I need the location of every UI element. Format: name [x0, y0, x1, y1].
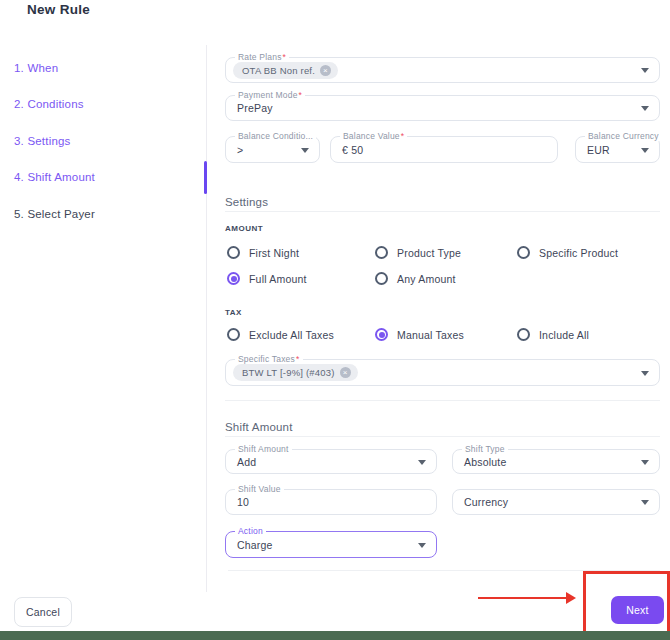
- stepper-item-select-payer[interactable]: 5. Select Payer: [14, 208, 95, 220]
- rate-plan-chip: OTA BB Non ref.×: [233, 62, 338, 79]
- radio-specific-product[interactable]: Specific Product: [517, 246, 618, 259]
- tax-group-label: TAX: [225, 308, 242, 317]
- rate-plans-select[interactable]: Rate Plans* OTA BB Non ref.×: [225, 57, 660, 83]
- shift-value-input[interactable]: Shift Value 10: [225, 489, 437, 515]
- radio-icon: [375, 328, 388, 341]
- radio-label: Exclude All Taxes: [249, 329, 334, 341]
- radio-manual-taxes[interactable]: Manual Taxes: [375, 328, 464, 341]
- field-value: Absolute: [453, 456, 506, 468]
- shift-amount-heading: Shift Amount: [225, 421, 293, 433]
- bottom-green-bar: [0, 631, 670, 640]
- amount-group-label: AMOUNT: [225, 224, 263, 233]
- stepper-item-when[interactable]: 1. When: [14, 62, 58, 74]
- field-label: Shift Amount: [235, 444, 292, 454]
- field-label: Balance Value*: [340, 131, 407, 141]
- chevron-down-icon: [641, 106, 649, 111]
- page-title: New Rule: [27, 2, 90, 17]
- required-asterisk: *: [401, 131, 405, 141]
- field-value: 10: [226, 496, 249, 508]
- settings-heading: Settings: [225, 196, 268, 208]
- shift-amount-select[interactable]: Shift Amount Add: [225, 449, 437, 474]
- field-label: Balance Currency: [585, 131, 662, 141]
- field-label: Payment Mode*: [235, 90, 305, 100]
- radio-label: Full Amount: [249, 273, 307, 285]
- field-label: Action: [235, 526, 266, 536]
- radio-icon: [375, 272, 388, 285]
- required-asterisk: *: [296, 354, 300, 364]
- chevron-down-icon: [418, 460, 426, 465]
- field-value: Charge: [226, 539, 273, 551]
- stepper-item-settings[interactable]: 3. Settings: [14, 135, 71, 147]
- radio-label: Manual Taxes: [397, 329, 464, 341]
- radio-icon: [517, 328, 530, 341]
- new-rule-dialog: New Rule 1. When 2. Conditions 3. Settin…: [0, 0, 670, 640]
- vertical-divider: [206, 45, 207, 592]
- chevron-down-icon: [641, 68, 649, 73]
- stepper-item-conditions[interactable]: 2. Conditions: [14, 98, 84, 110]
- chevron-down-icon: [641, 460, 649, 465]
- radio-exclude-all-taxes[interactable]: Exclude All Taxes: [227, 328, 334, 341]
- chevron-down-icon: [418, 543, 426, 548]
- currency-select[interactable]: Currency: [452, 489, 660, 515]
- action-select[interactable]: Action Charge: [225, 531, 437, 558]
- field-value: EUR: [576, 144, 610, 156]
- chip-remove-icon[interactable]: ×: [320, 65, 331, 76]
- radio-label: First Night: [249, 247, 299, 259]
- field-label: Shift Type: [462, 444, 508, 454]
- divider: [228, 570, 660, 571]
- radio-icon: [517, 246, 530, 259]
- field-label: Shift Value: [235, 484, 284, 494]
- balance-currency-select[interactable]: Balance Currency EUR: [575, 136, 660, 163]
- field-value: >: [226, 144, 243, 156]
- chevron-down-icon: [641, 371, 649, 376]
- radio-label: Include All: [539, 329, 589, 341]
- payment-mode-select[interactable]: Payment Mode* PrePay: [225, 95, 660, 121]
- specific-tax-chip: BTW LT [-9%] (#403)×: [233, 364, 358, 381]
- stepper-item-shift-amount[interactable]: 4. Shift Amount: [14, 171, 95, 183]
- specific-taxes-select[interactable]: Specific Taxes* BTW LT [-9%] (#403)×: [225, 359, 660, 386]
- field-label: Rate Plans*: [235, 52, 289, 62]
- radio-first-night[interactable]: First Night: [227, 246, 299, 259]
- radio-label: Product Type: [397, 247, 461, 259]
- annotation-arrow: [478, 597, 568, 599]
- field-value: PrePay: [226, 102, 273, 114]
- cancel-button[interactable]: Cancel: [14, 597, 72, 627]
- field-value: € 50: [331, 144, 363, 156]
- chip-remove-icon[interactable]: ×: [340, 367, 351, 378]
- shift-type-select[interactable]: Shift Type Absolute: [452, 449, 660, 474]
- required-asterisk: *: [283, 52, 287, 62]
- radio-icon: [227, 246, 240, 259]
- chevron-down-icon: [641, 148, 649, 153]
- chevron-down-icon: [301, 148, 309, 153]
- required-asterisk: *: [299, 90, 303, 100]
- radio-icon: [375, 246, 388, 259]
- next-button[interactable]: Next: [611, 596, 664, 624]
- radio-label: Specific Product: [539, 247, 618, 259]
- active-step-indicator: [204, 161, 207, 194]
- field-label: Specific Taxes*: [235, 354, 303, 364]
- divider: [225, 400, 660, 401]
- field-value: Currency: [453, 496, 508, 508]
- field-label: Balance Conditio...: [235, 131, 316, 141]
- balance-condition-select[interactable]: Balance Conditio... >: [225, 136, 320, 163]
- divider: [225, 436, 660, 437]
- field-value: Add: [226, 456, 256, 468]
- radio-full-amount[interactable]: Full Amount: [227, 272, 307, 285]
- balance-value-input[interactable]: Balance Value* € 50: [330, 136, 558, 163]
- chevron-down-icon: [641, 500, 649, 505]
- radio-any-amount[interactable]: Any Amount: [375, 272, 456, 285]
- radio-product-type[interactable]: Product Type: [375, 246, 461, 259]
- radio-include-all[interactable]: Include All: [517, 328, 589, 341]
- annotation-arrow-head-icon: [566, 592, 576, 604]
- radio-label: Any Amount: [397, 273, 456, 285]
- radio-icon: [227, 328, 240, 341]
- divider: [225, 211, 660, 212]
- radio-icon: [227, 272, 240, 285]
